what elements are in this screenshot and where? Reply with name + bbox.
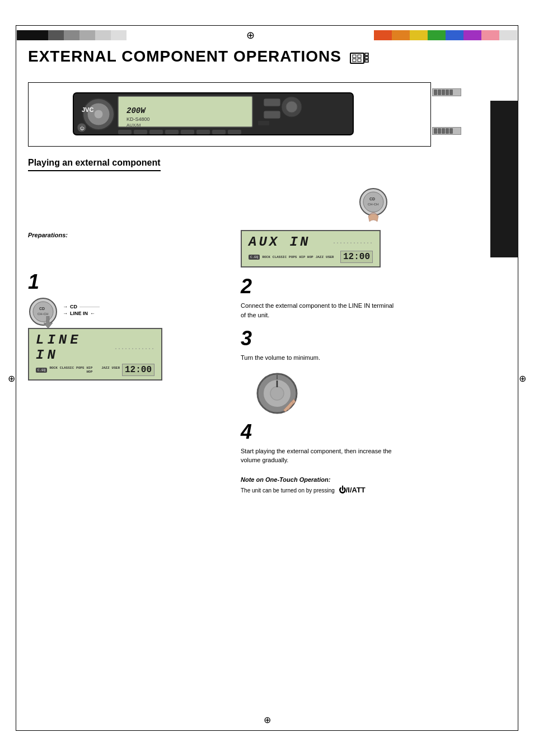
left-crosshair-icon: ⊕	[8, 373, 15, 383]
svg-rect-25	[264, 98, 280, 106]
device-illustration: 200W KD-S4800 AUX/M JVC	[40, 87, 420, 143]
hand-pointer-icon	[44, 316, 60, 330]
svg-text:CH-CH: CH-CH	[368, 203, 378, 206]
svg-rect-6	[365, 57, 368, 59]
main-content: EXTERNAL COMPONENT OPERATIONS	[28, 48, 506, 504]
bar-mid-gray	[64, 30, 79, 40]
svg-rect-22	[196, 130, 210, 134]
svg-text:KD-S4800: KD-S4800	[127, 116, 150, 122]
step1-display-text: LINE IN	[36, 332, 114, 363]
device-image-box: 200W KD-S4800 AUX/M JVC	[28, 82, 431, 147]
cd-button-right-svg: CD CH-CH	[358, 187, 389, 223]
page-title: EXTERNAL COMPONENT OPERATIONS	[28, 48, 341, 65]
step4-block: 4 Start playing the external component, …	[241, 422, 506, 495]
step1-block: 1 CD CH-CH	[28, 272, 224, 381]
svg-point-28	[286, 101, 297, 112]
right-bars	[374, 30, 517, 40]
step1-number: 1	[28, 272, 224, 292]
connector-top	[432, 88, 461, 96]
note-section: Note on One-Touch Operation: The unit ca…	[241, 476, 506, 495]
step4-number: 4	[241, 422, 506, 442]
bar-yellow	[410, 30, 428, 40]
bar-orange	[392, 30, 410, 40]
step1-eq-labels: ROCK CLASSIC POPS HIP HOP JAZZ USER	[49, 366, 120, 374]
aux-bottom-bar: C.EQ ROCK CLASSIC POPS HIP HOP JAZZ USER…	[249, 251, 373, 263]
svg-rect-7	[365, 60, 368, 62]
svg-rect-19	[149, 130, 163, 134]
aux-eq-button: C.EQ	[249, 255, 260, 260]
arrow-back: ←	[90, 311, 95, 316]
svg-rect-29	[258, 121, 269, 125]
left-bars	[17, 30, 127, 40]
section-heading-container: Playing an external component	[28, 158, 506, 181]
step1-bottom-bar: C.EQ ROCK CLASSIC POPS HIP HOP JAZZ USER…	[36, 364, 154, 376]
aux-time: 12:00	[340, 251, 373, 263]
bar-black1	[17, 30, 32, 40]
bar-black2	[32, 30, 48, 40]
cd-arrow-labels: → CD ———— → LINE IN ←	[63, 304, 100, 316]
cd-button-illustration: CD CH-CH	[28, 297, 55, 323]
svg-text:CD: CD	[369, 197, 375, 201]
center-crosshair-icon: ⊕	[246, 29, 255, 41]
step1-time: 12:00	[122, 364, 154, 376]
svg-point-37	[363, 192, 383, 212]
bar-pink	[481, 30, 499, 40]
step1-cd-button-row: CD CH-CH → CD ————	[28, 297, 224, 323]
bar-light-gray1	[79, 30, 95, 40]
bar-dark-gray	[48, 30, 64, 40]
cd-label: CD	[70, 304, 77, 309]
svg-text:200W: 200W	[127, 106, 146, 115]
svg-text:CH-CH: CH-CH	[38, 312, 48, 316]
two-column-layout: Preparations: 1 CD CH-CH	[28, 187, 506, 504]
bar-lighter-gray	[111, 30, 127, 40]
volume-knob-svg	[252, 368, 302, 419]
step3-text: Turn the volume to minimum.	[241, 353, 397, 363]
step3-number: 3	[241, 328, 506, 349]
title-row: EXTERNAL COMPONENT OPERATIONS	[28, 48, 506, 74]
bottom-crosshair-icon: ⊕	[264, 715, 271, 725]
svg-text:AUX/M: AUX/M	[127, 123, 141, 128]
right-column: CD CH-CH AUX IN ............ C.EQ	[224, 187, 506, 504]
section-heading: Playing an external component	[28, 158, 161, 171]
step1-lcd-display: LINE IN ............ C.EQ ROCK CLASSIC P…	[28, 328, 162, 381]
svg-rect-17	[118, 130, 132, 134]
aux-lcd-display: AUX IN ............ C.EQ ROCK CLASSIC PO…	[241, 230, 381, 267]
bar-blue	[446, 30, 463, 40]
bar-light-gray2	[95, 30, 111, 40]
bar-green	[428, 30, 446, 40]
note-text: The unit can be turned on by pressing ⏻/…	[241, 485, 409, 495]
line-in-arrow: →	[63, 311, 68, 316]
line-in-label: LINE IN	[70, 311, 88, 316]
cd-dashes: ————	[79, 304, 100, 309]
bar-purple	[463, 30, 481, 40]
svg-rect-24	[228, 130, 241, 134]
aux-dots: ............	[332, 239, 373, 245]
svg-text:CD: CD	[39, 307, 45, 311]
step1-eq-button: C.EQ	[36, 368, 47, 373]
svg-rect-20	[165, 130, 179, 134]
note-text-content: The unit can be turned on by pressing	[241, 487, 335, 494]
step1-dots: ............	[114, 345, 154, 351]
preparations-label: Preparations:	[28, 232, 224, 238]
right-crosshair-icon: ⊕	[519, 373, 526, 383]
svg-text:JVC: JVC	[82, 106, 93, 113]
left-column: Preparations: 1 CD CH-CH	[28, 187, 224, 504]
svg-rect-5	[365, 53, 368, 55]
power-symbol: ⏻/I/ATT	[339, 486, 366, 494]
bar-white	[499, 30, 517, 40]
step-cd-button-right: CD CH-CH	[241, 187, 506, 226]
step2-block: 2 Connect the external component to the …	[241, 276, 506, 320]
svg-rect-1	[353, 55, 356, 58]
svg-rect-26	[264, 111, 280, 119]
svg-rect-23	[212, 130, 226, 134]
step2-text: Connect the external component to the LI…	[241, 301, 397, 320]
step3-block: 3 Turn the volume to minimum.	[241, 328, 506, 413]
svg-rect-4	[358, 59, 361, 62]
top-color-bars: ⊕	[0, 29, 534, 41]
aux-display-text: AUX IN	[249, 234, 310, 250]
svg-point-15	[94, 110, 103, 119]
aux-eq-labels: ROCK CLASSIC POPS HIP HOP JAZZ USER	[262, 255, 334, 259]
title-icon	[349, 52, 369, 70]
page-border-top	[16, 25, 518, 26]
page-border-bottom	[16, 730, 518, 731]
